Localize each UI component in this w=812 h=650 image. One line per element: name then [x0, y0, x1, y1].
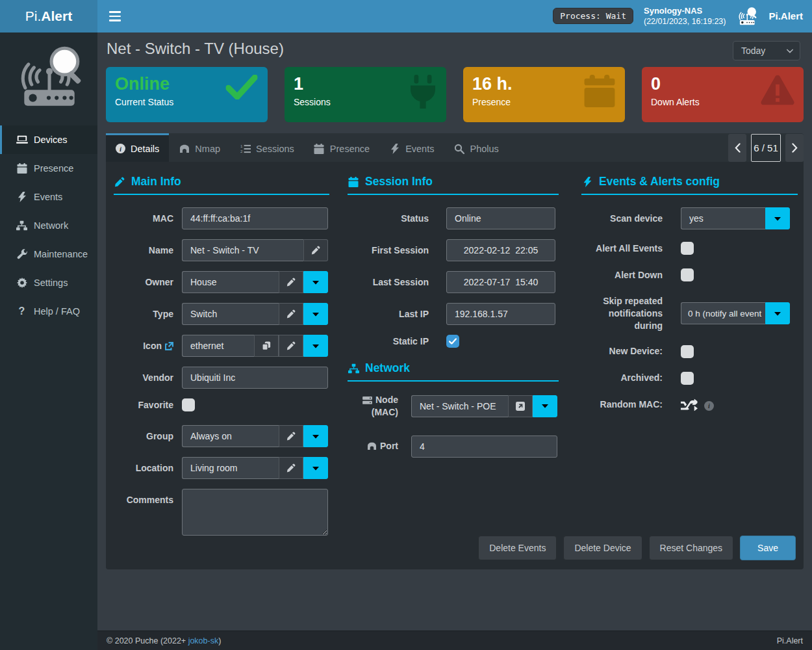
external-link-icon[interactable] — [165, 342, 173, 350]
skip-notifications-dropdown-button[interactable] — [765, 302, 790, 324]
name-edit-button[interactable] — [303, 239, 328, 261]
scan-device-dropdown-button[interactable] — [765, 207, 790, 229]
group-edit-button[interactable] — [279, 425, 303, 447]
period-select-value: Today — [741, 46, 765, 56]
location-label: Location — [114, 462, 173, 474]
sidebar-item-network[interactable]: Network — [0, 211, 97, 240]
location-dropdown-button[interactable] — [303, 457, 328, 479]
group-dropdown-button[interactable] — [303, 425, 328, 447]
tab-label: Pholus — [470, 144, 498, 154]
group-label: Group — [114, 430, 173, 443]
mac-input[interactable] — [182, 207, 328, 229]
alert-down-checkbox[interactable] — [681, 268, 694, 281]
last-session-label: Last Session — [348, 276, 429, 289]
shuffle-icon — [681, 398, 698, 411]
sidebar-item-help[interactable]: ? Help / FAQ — [0, 297, 97, 326]
icon-dropdown-button[interactable] — [303, 335, 328, 357]
save-button[interactable]: Save — [740, 536, 796, 560]
pencil-icon — [311, 246, 320, 255]
sidebar-nav: Devices Presence Events Network Maintena… — [0, 120, 97, 326]
sidebar-toggle-button[interactable] — [104, 5, 126, 27]
author-link[interactable]: jokob-sk — [188, 636, 219, 645]
first-session-input[interactable] — [446, 239, 555, 261]
archived-label: Archived: — [581, 372, 663, 384]
skip-notifications-input[interactable] — [681, 302, 765, 324]
bolt-icon — [389, 144, 400, 154]
calendar-icon — [348, 176, 359, 187]
footer-app-name: Pi.Alert — [777, 636, 803, 645]
vendor-input[interactable] — [182, 367, 328, 389]
reset-changes-button[interactable]: Reset Changes — [649, 536, 734, 560]
owner-dropdown-button[interactable] — [303, 271, 328, 293]
pencil-icon — [286, 278, 296, 287]
list-ol-icon — [240, 144, 251, 154]
tab-presence[interactable]: Presence — [304, 133, 379, 162]
caret-down-icon — [312, 280, 319, 285]
icon-copy-button[interactable] — [254, 335, 279, 357]
owner-edit-button[interactable] — [279, 271, 303, 293]
tab-nmap[interactable]: Nmap — [169, 133, 230, 162]
calendar-icon — [314, 144, 325, 154]
tab-sessions[interactable]: Sessions — [230, 133, 304, 162]
caret-down-icon — [312, 344, 319, 348]
name-input[interactable] — [182, 239, 303, 261]
new-device-label: New Device: — [581, 345, 663, 358]
alert-all-events-checkbox[interactable] — [681, 242, 694, 255]
sidebar-item-devices[interactable]: Devices — [0, 125, 97, 154]
tab-pholus[interactable]: Pholus — [444, 133, 508, 162]
sidebar-item-maintenance[interactable]: Maintenance — [0, 240, 97, 268]
status-input[interactable] — [446, 207, 555, 229]
static-ip-checkbox[interactable] — [446, 335, 459, 348]
name-label: Name — [114, 244, 173, 257]
node-open-button[interactable] — [508, 395, 533, 417]
favorite-checkbox[interactable] — [182, 398, 195, 411]
node-mac-input[interactable] — [411, 395, 508, 417]
sitemap-icon — [348, 363, 359, 374]
next-device-button[interactable] — [785, 134, 804, 162]
owner-input[interactable] — [182, 271, 279, 293]
sidebar-item-events[interactable]: Events — [0, 183, 97, 211]
details-panel: Main Info MAC Name Owner — [106, 162, 804, 569]
plug-icon — [409, 75, 437, 109]
alerts-config-section-title: Events & Alerts config — [581, 175, 798, 195]
node-dropdown-button[interactable] — [533, 395, 557, 417]
icon-label: Icon — [114, 340, 173, 352]
sidebar-item-presence[interactable]: Presence — [0, 154, 97, 183]
group-input[interactable] — [182, 425, 279, 447]
down-alerts-card: 0 Down Alerts — [642, 67, 804, 122]
laptop-icon — [16, 135, 28, 146]
check-icon — [449, 338, 457, 344]
icon-edit-button[interactable] — [279, 335, 303, 357]
archway-icon — [367, 442, 377, 450]
type-edit-button[interactable] — [279, 303, 303, 325]
comments-textarea[interactable] — [182, 489, 328, 536]
pencil-icon — [286, 432, 296, 441]
period-select[interactable]: Today — [733, 41, 800, 60]
main-info-section-title: Main Info — [114, 175, 329, 195]
location-edit-button[interactable] — [279, 457, 303, 479]
delete-device-button[interactable]: Delete Device — [563, 536, 642, 560]
new-device-checkbox[interactable] — [681, 345, 694, 358]
caret-down-icon — [774, 216, 781, 221]
tab-details[interactable]: i Details — [106, 133, 169, 162]
alert-down-label: Alert Down — [581, 269, 663, 281]
brand-logo[interactable]: Pi.Alert — [0, 0, 97, 32]
type-input[interactable] — [182, 303, 279, 325]
last-session-input[interactable] — [446, 271, 555, 293]
caret-down-icon — [312, 312, 319, 317]
tab-label: Events — [405, 144, 434, 154]
icon-input[interactable] — [182, 335, 254, 357]
type-label: Type — [114, 308, 173, 320]
archived-checkbox[interactable] — [681, 372, 694, 385]
prev-device-button[interactable] — [728, 134, 746, 162]
sidebar-item-settings[interactable]: Settings — [0, 268, 97, 297]
type-dropdown-button[interactable] — [303, 303, 328, 325]
location-input[interactable] — [182, 457, 279, 479]
delete-events-button[interactable]: Delete Events — [478, 536, 557, 560]
port-input[interactable] — [411, 436, 557, 458]
tab-events[interactable]: Events — [379, 133, 444, 162]
last-ip-input[interactable] — [446, 303, 555, 325]
caret-down-icon — [312, 466, 319, 471]
scan-device-input[interactable] — [681, 207, 765, 229]
info-icon[interactable]: i — [704, 401, 714, 411]
